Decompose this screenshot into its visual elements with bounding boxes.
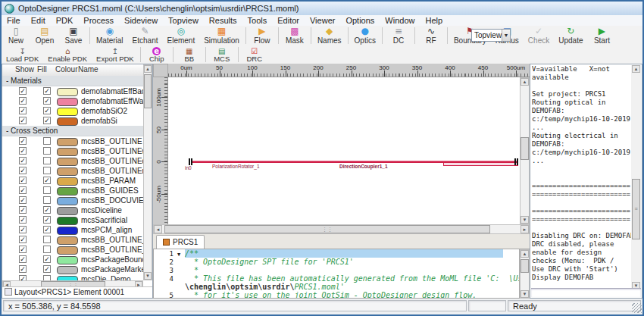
layer-colour-swatch[interactable] <box>57 217 78 225</box>
menu-topview[interactable]: Topview <box>163 15 204 26</box>
menu-help[interactable]: Help <box>420 15 448 26</box>
fill-checkbox[interactable] <box>43 147 51 155</box>
layer-colour-swatch[interactable] <box>57 167 78 176</box>
show-checkbox[interactable]: ✓ <box>19 177 27 184</box>
resize-grip[interactable] <box>632 303 642 313</box>
menu-window[interactable]: Window <box>380 15 420 26</box>
menu-viewer[interactable]: Viewer <box>305 15 340 26</box>
layer-colour-swatch[interactable] <box>57 236 78 245</box>
scroll-down-icon[interactable]: ▼ <box>144 272 152 280</box>
layer-colour-swatch[interactable] <box>57 98 78 106</box>
fill-checkbox[interactable]: ✓ <box>43 117 51 124</box>
show-checkbox[interactable]: ✓ <box>19 87 27 95</box>
show-checkbox[interactable]: ✓ <box>19 216 27 224</box>
menu-options[interactable]: Options <box>340 15 380 26</box>
optics-button[interactable]: ●Optics <box>350 26 380 45</box>
menu-editor[interactable]: Editor <box>272 15 305 26</box>
show-checkbox[interactable]: ✓ <box>19 275 27 280</box>
layer-row[interactable]: ✓✓demofabSiO2 <box>2 106 143 116</box>
fill-checkbox[interactable]: ✓ <box>43 177 51 184</box>
fill-checkbox[interactable]: ✓ <box>43 226 51 233</box>
log-output[interactable]: V=available X=not available Set project:… <box>532 65 631 289</box>
enable-pdk-button[interactable]: ⌂Enable PDK <box>43 45 92 64</box>
layer-row[interactable]: ✓✓mcsPackageMarker <box>2 264 143 274</box>
port-marker-in[interactable] <box>189 158 192 165</box>
scroll-up-icon[interactable]: ▲ <box>632 65 640 73</box>
material-button[interactable]: ◉Material <box>92 26 128 45</box>
mcs-button[interactable]: ▤MCS <box>208 45 236 64</box>
layer-row[interactable]: ✓✓mcsSacrificial <box>2 215 143 225</box>
layer-colour-swatch[interactable] <box>57 117 78 126</box>
scroll-thumb[interactable] <box>521 137 529 160</box>
fill-checkbox[interactable]: ✓ <box>43 255 51 263</box>
scroll-down-icon[interactable]: ▼ <box>521 290 529 298</box>
code-editor[interactable]: 1▼/**2 * OptoDesigner SPT file for 'PRCS… <box>153 249 520 299</box>
show-checkbox[interactable]: ✓ <box>19 246 27 253</box>
drc-button[interactable]: ☑DRC <box>240 45 269 64</box>
editor-vertical-scrollbar[interactable]: ▲ ▼ <box>520 249 530 299</box>
show-checkbox[interactable]: ✓ <box>19 255 27 263</box>
taper-outline[interactable] <box>443 162 518 166</box>
fill-checkbox[interactable] <box>43 137 51 145</box>
layer-row[interactable]: ✓mcsBB_OUTLINE <box>2 136 143 146</box>
show-checkbox[interactable]: ✓ <box>19 265 27 273</box>
load-pdk-button[interactable]: ↧Load PDK <box>2 45 43 64</box>
column-fill[interactable]: Fill <box>37 65 47 74</box>
layers-vertical-scrollbar[interactable]: ▲ ▼ <box>143 64 152 280</box>
start-button[interactable]: ▶Start <box>587 26 616 45</box>
scroll-thumb[interactable]: ⋮⋮ <box>164 225 490 233</box>
layer-colour-swatch[interactable] <box>57 207 78 215</box>
layer-row[interactable]: ✓mcsBB_GUIDES <box>2 186 143 196</box>
fill-checkbox[interactable] <box>43 167 51 174</box>
scroll-left-icon[interactable]: ◄ <box>154 225 162 233</box>
dc-button[interactable]: ≡DC <box>384 26 413 45</box>
layer-row[interactable]: ✓mcsBB_DOCUVIEW <box>2 196 143 205</box>
rf-button[interactable]: ∿RF <box>417 26 445 45</box>
flow-button[interactable]: ▶Flow <box>248 26 277 45</box>
layer-colour-swatch[interactable] <box>57 88 78 96</box>
scroll-thumb[interactable]: ≡ <box>632 179 640 239</box>
menu-pdk[interactable]: PDK <box>51 15 79 26</box>
element-button[interactable]: ◎Element <box>163 26 200 45</box>
show-checkbox[interactable]: ✓ <box>19 97 27 105</box>
export-pdk-button[interactable]: ↥Export PDK <box>92 45 139 64</box>
fill-checkbox[interactable]: ✓ <box>43 206 51 214</box>
fill-checkbox[interactable] <box>43 186 51 194</box>
save-button[interactable]: ▣Save <box>59 26 88 45</box>
fill-checkbox[interactable] <box>43 196 51 204</box>
layer-colour-swatch[interactable] <box>57 197 78 205</box>
column-colour[interactable]: Colour <box>55 65 77 74</box>
code-line[interactable]: 4 * This file has been automatically gen… <box>154 274 519 283</box>
layer-colour-swatch[interactable] <box>57 177 78 186</box>
fill-checkbox[interactable] <box>43 236 51 243</box>
scroll-up-icon[interactable]: ▲ <box>521 78 529 86</box>
layer-row[interactable]: ✓✓mcsDiceline <box>2 205 143 215</box>
command-input[interactable] <box>531 288 641 297</box>
chevron-down-icon[interactable]: ▼ <box>502 30 510 41</box>
show-checkbox[interactable]: ✓ <box>19 236 27 243</box>
scroll-thumb[interactable] <box>521 259 529 273</box>
code-line[interactable]: 5 * for it's use on the joint OptSim - O… <box>154 291 519 299</box>
layout-tree-item[interactable]: Layout<PRCS1> Element 00001 <box>2 286 152 297</box>
title-bar[interactable]: OptoDesigner PRCS1.moml (C:\Users\chengl… <box>2 2 642 16</box>
new-button[interactable]: ▯New <box>2 26 30 45</box>
layer-colour-swatch[interactable] <box>57 246 78 255</box>
show-checkbox[interactable]: ✓ <box>19 147 27 155</box>
show-checkbox[interactable]: ✓ <box>19 157 27 164</box>
open-button[interactable]: ▤Open <box>30 26 59 45</box>
scroll-up-icon[interactable]: ▲ <box>144 65 152 73</box>
view-mode-select[interactable]: Topview ▼ <box>471 29 511 42</box>
column-name[interactable]: Name <box>78 65 98 74</box>
show-checkbox[interactable]: ✓ <box>19 107 27 114</box>
scroll-up-icon[interactable]: ▲ <box>521 250 529 258</box>
fill-checkbox[interactable]: ✓ <box>43 87 51 95</box>
update-button[interactable]: ↻Update <box>554 26 587 45</box>
layer-row[interactable]: ✓✓mcsPCM_align <box>2 225 143 235</box>
layer-row[interactable]: ✓✓demofabSi <box>2 116 143 126</box>
show-checkbox[interactable]: ✓ <box>19 167 27 174</box>
layer-colour-swatch[interactable] <box>57 158 78 166</box>
fill-checkbox[interactable] <box>43 275 51 280</box>
layer-row[interactable]: ✓mcsBB_OUTLINErf <box>2 166 143 176</box>
layer-colour-swatch[interactable] <box>57 187 78 196</box>
chip-button[interactable]: eChip <box>142 45 171 64</box>
